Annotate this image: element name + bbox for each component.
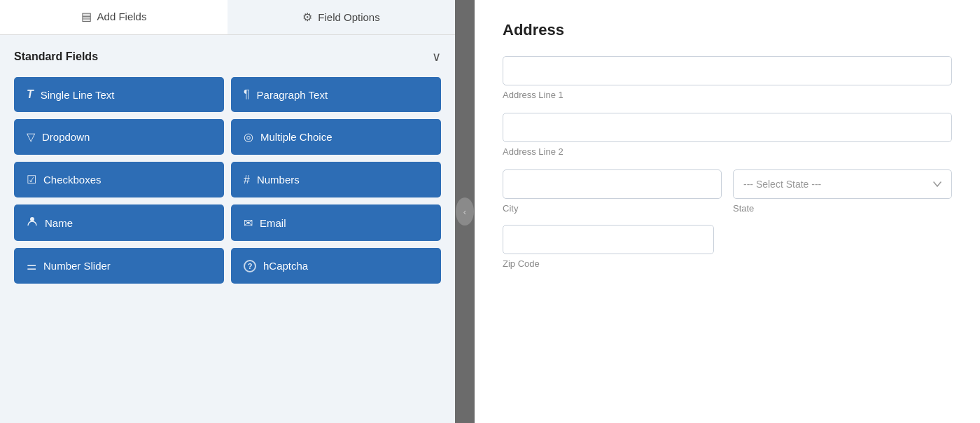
dropdown-icon: ▽: [27, 130, 35, 144]
panel-divider: ‹: [455, 0, 475, 423]
field-label-name: Name: [45, 217, 73, 229]
city-input[interactable]: [503, 169, 722, 199]
field-label-number-slider: Number Slider: [43, 260, 111, 272]
field-label-numbers: Numbers: [257, 174, 300, 186]
tab-bar: ▤ Add Fields ⚙ Field Options: [0, 0, 455, 35]
collapse-panel-button[interactable]: ‹: [456, 197, 474, 226]
address-line-2-input[interactable]: [503, 113, 952, 142]
address-line-1-label: Address Line 1: [503, 90, 952, 100]
fields-grid: T Single Line Text ¶ Paragraph Text ▽ Dr…: [14, 77, 441, 284]
add-fields-icon: ▤: [81, 10, 92, 23]
field-label-email: Email: [260, 217, 286, 229]
collapse-button[interactable]: ∨: [432, 49, 441, 64]
city-label: City: [503, 203, 722, 214]
number-slider-icon: ⚌: [27, 259, 36, 272]
tab-field-options[interactable]: ⚙ Field Options: [227, 0, 455, 34]
field-label-multiple-choice: Multiple Choice: [260, 131, 332, 143]
tab-add-fields-label: Add Fields: [97, 11, 147, 22]
email-icon: ✉: [244, 216, 253, 230]
left-panel: ▤ Add Fields ⚙ Field Options Standard Fi…: [0, 0, 455, 423]
field-button-paragraph-text[interactable]: ¶ Paragraph Text: [231, 77, 441, 112]
field-label-dropdown: Dropdown: [42, 131, 90, 143]
section-title: Standard Fields: [14, 50, 98, 63]
single-line-text-icon: T: [27, 88, 34, 101]
numbers-icon: #: [244, 174, 250, 186]
standard-fields-section: Standard Fields ∨ T Single Line Text ¶ P…: [0, 35, 455, 291]
collapse-arrow-icon: ‹: [463, 207, 466, 217]
address-line-2-label: Address Line 2: [503, 146, 952, 157]
name-icon: [27, 216, 38, 230]
form-group-address-line-2: Address Line 2: [503, 113, 952, 157]
field-button-numbers[interactable]: # Numbers: [231, 162, 441, 197]
field-options-icon: ⚙: [302, 11, 312, 24]
field-button-checkboxes[interactable]: ☑ Checkboxes: [14, 162, 224, 197]
form-group-address-line-1: Address Line 1: [503, 56, 952, 100]
field-button-hcaptcha[interactable]: ? hCaptcha: [231, 248, 441, 284]
field-button-name[interactable]: Name: [14, 204, 224, 241]
field-label-hcaptcha: hCaptcha: [263, 260, 308, 272]
zip-code-label: Zip Code: [503, 258, 952, 269]
field-label-single-line-text: Single Line Text: [41, 89, 115, 101]
section-header: Standard Fields ∨: [14, 49, 441, 64]
form-group-zip-code: Zip Code: [503, 225, 952, 269]
state-label: State: [733, 203, 952, 214]
form-group-city: City: [503, 169, 722, 214]
field-button-single-line-text[interactable]: T Single Line Text: [14, 77, 224, 112]
field-label-checkboxes: Checkboxes: [43, 174, 102, 186]
hcaptcha-icon: ?: [244, 260, 256, 272]
field-button-dropdown[interactable]: ▽ Dropdown: [14, 119, 224, 155]
address-line-1-input[interactable]: [503, 56, 952, 85]
right-panel: Address Address Line 1 Address Line 2 Ci…: [475, 0, 980, 423]
chevron-down-icon: ∨: [432, 50, 441, 64]
field-button-number-slider[interactable]: ⚌ Number Slider: [14, 248, 224, 284]
checkboxes-icon: ☑: [27, 173, 36, 186]
svg-point-0: [30, 217, 34, 221]
form-title: Address: [503, 21, 952, 39]
tab-add-fields[interactable]: ▤ Add Fields: [0, 0, 227, 34]
field-button-multiple-choice[interactable]: ◎ Multiple Choice: [231, 119, 441, 155]
zip-code-input[interactable]: [503, 225, 714, 254]
field-button-email[interactable]: ✉ Email: [231, 204, 441, 241]
paragraph-text-icon: ¶: [244, 88, 250, 101]
field-label-paragraph-text: Paragraph Text: [257, 89, 328, 101]
form-group-state: --- Select State --- Alabama Alaska Ariz…: [733, 169, 952, 214]
tab-field-options-label: Field Options: [318, 11, 379, 23]
city-state-row: City --- Select State --- Alabama Alaska…: [503, 169, 952, 214]
state-select[interactable]: --- Select State --- Alabama Alaska Ariz…: [733, 169, 952, 199]
multiple-choice-icon: ◎: [244, 130, 253, 144]
